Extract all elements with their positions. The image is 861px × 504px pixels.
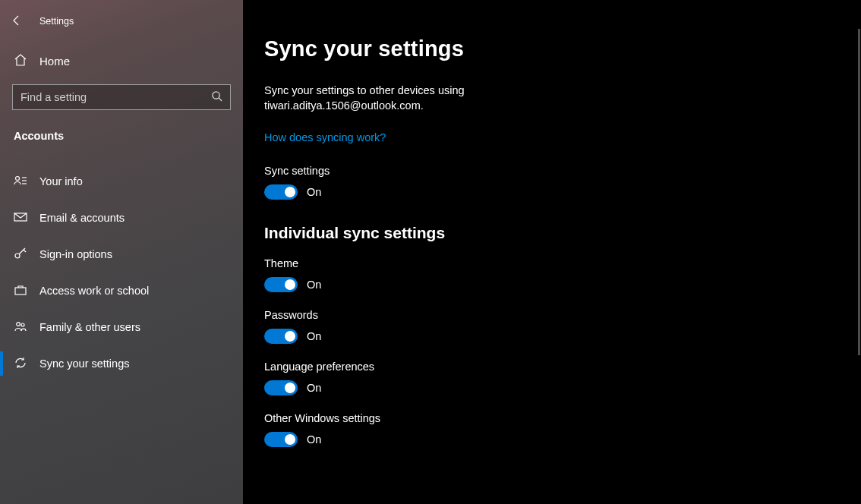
svg-rect-14 [15, 288, 26, 295]
svg-line-12 [19, 248, 25, 254]
search-box[interactable] [12, 84, 231, 110]
sidebar-section-header: Accounts [0, 113, 243, 150]
home-label: Home [39, 55, 70, 68]
search-icon [211, 90, 222, 105]
person-card-icon [14, 174, 27, 190]
home-nav[interactable]: Home [0, 46, 243, 77]
passwords-toggle[interactable] [264, 329, 298, 344]
svg-point-16 [21, 323, 24, 326]
toggle-label: Other Windows settings [264, 412, 861, 424]
main-panel: Sync your settings Sync your settings to… [243, 0, 861, 504]
sidebar-item-email-accounts[interactable]: Email & accounts [0, 200, 243, 236]
toggle-label: Language preferences [264, 361, 861, 373]
language-preferences-toggle[interactable] [264, 380, 298, 395]
toggle-state: On [307, 186, 321, 198]
sync-description: Sync your settings to other devices usin… [264, 83, 659, 114]
sidebar-item-label: Your info [39, 175, 83, 187]
scrollbar-thumb[interactable] [858, 29, 860, 355]
key-icon [14, 247, 27, 263]
svg-point-4 [213, 91, 219, 98]
sidebar-item-signin-options[interactable]: Sign-in options [0, 236, 243, 272]
how-syncing-works-link[interactable]: How does syncing work? [264, 131, 386, 143]
individual-sync-heading: Individual sync settings [264, 224, 861, 242]
toggle-state: On [307, 382, 321, 394]
sidebar-item-label: Email & accounts [39, 212, 125, 224]
toggle-state: On [307, 330, 321, 342]
toggle-label: Theme [264, 257, 861, 269]
toggle-state: On [307, 433, 321, 446]
back-button[interactable] [11, 14, 23, 29]
theme-toggle[interactable] [264, 277, 298, 292]
sidebar-item-label: Access work or school [39, 285, 149, 297]
master-toggle-label: Sync settings [264, 165, 861, 177]
people-icon [14, 320, 27, 335]
sidebar-nav: Your info Email & accounts Sign-in optio… [0, 163, 243, 382]
toggle-label: Passwords [264, 309, 861, 321]
svg-line-13 [24, 250, 26, 252]
toggle-state: On [307, 279, 321, 291]
sidebar-item-family-users[interactable]: Family & other users [0, 309, 243, 345]
svg-line-5 [219, 98, 222, 101]
sidebar-item-sync-settings[interactable]: Sync your settings [0, 345, 243, 382]
sync-icon [14, 356, 27, 372]
sidebar-item-access-work-school[interactable]: Access work or school [0, 272, 243, 309]
mail-icon [14, 210, 27, 226]
svg-point-15 [17, 322, 20, 326]
sidebar-item-label: Sync your settings [39, 358, 129, 370]
svg-point-6 [16, 176, 20, 180]
briefcase-icon [14, 283, 27, 299]
sidebar-item-label: Family & other users [39, 321, 140, 333]
home-icon [14, 53, 27, 69]
sidebar: Settings Home Accounts Your info [0, 0, 243, 504]
sidebar-item-label: Sign-in options [39, 248, 112, 260]
page-title: Sync your settings [264, 36, 861, 61]
sync-settings-toggle[interactable] [264, 184, 298, 200]
other-windows-settings-toggle[interactable] [264, 432, 298, 447]
search-input[interactable] [20, 91, 211, 103]
window-title: Settings [39, 16, 74, 27]
sidebar-item-your-info[interactable]: Your info [0, 163, 243, 200]
